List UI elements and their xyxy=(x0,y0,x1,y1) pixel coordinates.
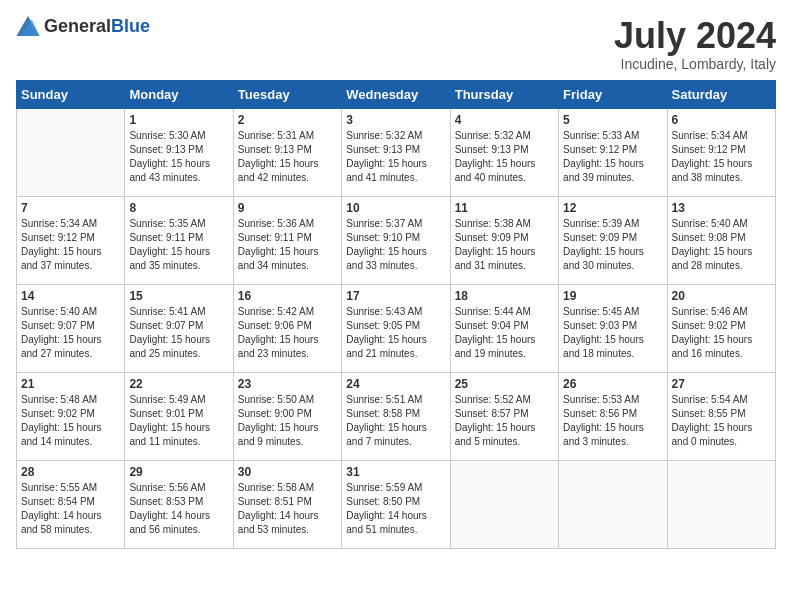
day-number: 31 xyxy=(346,465,445,479)
sunset: Sunset: 9:12 PM xyxy=(563,144,637,155)
daylight: Daylight: 15 hours and 14 minutes. xyxy=(21,422,102,447)
sunset: Sunset: 9:00 PM xyxy=(238,408,312,419)
col-thursday: Thursday xyxy=(450,80,558,108)
daylight: Daylight: 14 hours and 56 minutes. xyxy=(129,510,210,535)
daylight: Daylight: 15 hours and 27 minutes. xyxy=(21,334,102,359)
page-header: GeneralBlue July 2024 Incudine, Lombardy… xyxy=(16,16,776,72)
day-number: 18 xyxy=(455,289,554,303)
day-number: 22 xyxy=(129,377,228,391)
day-number: 25 xyxy=(455,377,554,391)
calendar-header-row: Sunday Monday Tuesday Wednesday Thursday… xyxy=(17,80,776,108)
day-cell-2-5: 19 Sunrise: 5:45 AM Sunset: 9:03 PM Dayl… xyxy=(559,284,667,372)
daylight: Daylight: 14 hours and 53 minutes. xyxy=(238,510,319,535)
day-info: Sunrise: 5:49 AM Sunset: 9:01 PM Dayligh… xyxy=(129,393,228,449)
day-info: Sunrise: 5:44 AM Sunset: 9:04 PM Dayligh… xyxy=(455,305,554,361)
sunrise: Sunrise: 5:54 AM xyxy=(672,394,748,405)
sunrise: Sunrise: 5:42 AM xyxy=(238,306,314,317)
daylight: Daylight: 15 hours and 21 minutes. xyxy=(346,334,427,359)
sunset: Sunset: 9:09 PM xyxy=(455,232,529,243)
day-info: Sunrise: 5:54 AM Sunset: 8:55 PM Dayligh… xyxy=(672,393,771,449)
day-number: 11 xyxy=(455,201,554,215)
daylight: Daylight: 15 hours and 38 minutes. xyxy=(672,158,753,183)
day-number: 27 xyxy=(672,377,771,391)
day-info: Sunrise: 5:40 AM Sunset: 9:08 PM Dayligh… xyxy=(672,217,771,273)
day-info: Sunrise: 5:37 AM Sunset: 9:10 PM Dayligh… xyxy=(346,217,445,273)
day-cell-1-2: 9 Sunrise: 5:36 AM Sunset: 9:11 PM Dayli… xyxy=(233,196,341,284)
day-number: 23 xyxy=(238,377,337,391)
day-number: 15 xyxy=(129,289,228,303)
day-cell-0-5: 5 Sunrise: 5:33 AM Sunset: 9:12 PM Dayli… xyxy=(559,108,667,196)
day-info: Sunrise: 5:34 AM Sunset: 9:12 PM Dayligh… xyxy=(21,217,120,273)
day-cell-2-2: 16 Sunrise: 5:42 AM Sunset: 9:06 PM Dayl… xyxy=(233,284,341,372)
sunset: Sunset: 9:04 PM xyxy=(455,320,529,331)
title-block: July 2024 Incudine, Lombardy, Italy xyxy=(614,16,776,72)
day-number: 16 xyxy=(238,289,337,303)
sunset: Sunset: 8:50 PM xyxy=(346,496,420,507)
sunset: Sunset: 9:13 PM xyxy=(238,144,312,155)
sunrise: Sunrise: 5:34 AM xyxy=(21,218,97,229)
day-number: 7 xyxy=(21,201,120,215)
sunset: Sunset: 9:09 PM xyxy=(563,232,637,243)
day-cell-3-2: 23 Sunrise: 5:50 AM Sunset: 9:00 PM Dayl… xyxy=(233,372,341,460)
day-info: Sunrise: 5:33 AM Sunset: 9:12 PM Dayligh… xyxy=(563,129,662,185)
day-info: Sunrise: 5:45 AM Sunset: 9:03 PM Dayligh… xyxy=(563,305,662,361)
sunset: Sunset: 8:54 PM xyxy=(21,496,95,507)
sunset: Sunset: 8:57 PM xyxy=(455,408,529,419)
sunrise: Sunrise: 5:56 AM xyxy=(129,482,205,493)
day-cell-4-6 xyxy=(667,460,775,548)
day-number: 24 xyxy=(346,377,445,391)
week-row-3: 21 Sunrise: 5:48 AM Sunset: 9:02 PM Dayl… xyxy=(17,372,776,460)
sunset: Sunset: 9:05 PM xyxy=(346,320,420,331)
sunset: Sunset: 8:55 PM xyxy=(672,408,746,419)
day-info: Sunrise: 5:40 AM Sunset: 9:07 PM Dayligh… xyxy=(21,305,120,361)
day-number: 8 xyxy=(129,201,228,215)
sunset: Sunset: 9:11 PM xyxy=(129,232,203,243)
day-number: 21 xyxy=(21,377,120,391)
day-info: Sunrise: 5:50 AM Sunset: 9:00 PM Dayligh… xyxy=(238,393,337,449)
day-cell-3-3: 24 Sunrise: 5:51 AM Sunset: 8:58 PM Dayl… xyxy=(342,372,450,460)
sunset: Sunset: 9:11 PM xyxy=(238,232,312,243)
daylight: Daylight: 15 hours and 7 minutes. xyxy=(346,422,427,447)
day-info: Sunrise: 5:32 AM Sunset: 9:13 PM Dayligh… xyxy=(455,129,554,185)
sunrise: Sunrise: 5:44 AM xyxy=(455,306,531,317)
day-info: Sunrise: 5:59 AM Sunset: 8:50 PM Dayligh… xyxy=(346,481,445,537)
col-friday: Friday xyxy=(559,80,667,108)
col-monday: Monday xyxy=(125,80,233,108)
daylight: Daylight: 15 hours and 5 minutes. xyxy=(455,422,536,447)
day-cell-2-6: 20 Sunrise: 5:46 AM Sunset: 9:02 PM Dayl… xyxy=(667,284,775,372)
day-info: Sunrise: 5:41 AM Sunset: 9:07 PM Dayligh… xyxy=(129,305,228,361)
day-number: 20 xyxy=(672,289,771,303)
sunrise: Sunrise: 5:52 AM xyxy=(455,394,531,405)
day-cell-0-4: 4 Sunrise: 5:32 AM Sunset: 9:13 PM Dayli… xyxy=(450,108,558,196)
daylight: Daylight: 15 hours and 23 minutes. xyxy=(238,334,319,359)
day-info: Sunrise: 5:53 AM Sunset: 8:56 PM Dayligh… xyxy=(563,393,662,449)
daylight: Daylight: 14 hours and 58 minutes. xyxy=(21,510,102,535)
sunrise: Sunrise: 5:40 AM xyxy=(672,218,748,229)
month-title: July 2024 xyxy=(614,16,776,56)
day-info: Sunrise: 5:42 AM Sunset: 9:06 PM Dayligh… xyxy=(238,305,337,361)
week-row-0: 1 Sunrise: 5:30 AM Sunset: 9:13 PM Dayli… xyxy=(17,108,776,196)
day-number: 19 xyxy=(563,289,662,303)
day-info: Sunrise: 5:38 AM Sunset: 9:09 PM Dayligh… xyxy=(455,217,554,273)
daylight: Daylight: 15 hours and 41 minutes. xyxy=(346,158,427,183)
sunrise: Sunrise: 5:30 AM xyxy=(129,130,205,141)
daylight: Daylight: 15 hours and 9 minutes. xyxy=(238,422,319,447)
logo-icon xyxy=(16,16,40,36)
daylight: Daylight: 15 hours and 31 minutes. xyxy=(455,246,536,271)
sunrise: Sunrise: 5:45 AM xyxy=(563,306,639,317)
daylight: Daylight: 15 hours and 40 minutes. xyxy=(455,158,536,183)
day-number: 6 xyxy=(672,113,771,127)
sunset: Sunset: 9:06 PM xyxy=(238,320,312,331)
daylight: Daylight: 15 hours and 3 minutes. xyxy=(563,422,644,447)
day-info: Sunrise: 5:58 AM Sunset: 8:51 PM Dayligh… xyxy=(238,481,337,537)
day-cell-3-6: 27 Sunrise: 5:54 AM Sunset: 8:55 PM Dayl… xyxy=(667,372,775,460)
sunrise: Sunrise: 5:49 AM xyxy=(129,394,205,405)
day-cell-3-4: 25 Sunrise: 5:52 AM Sunset: 8:57 PM Dayl… xyxy=(450,372,558,460)
day-number: 29 xyxy=(129,465,228,479)
day-cell-1-6: 13 Sunrise: 5:40 AM Sunset: 9:08 PM Dayl… xyxy=(667,196,775,284)
sunrise: Sunrise: 5:31 AM xyxy=(238,130,314,141)
sunrise: Sunrise: 5:36 AM xyxy=(238,218,314,229)
day-cell-4-3: 31 Sunrise: 5:59 AM Sunset: 8:50 PM Dayl… xyxy=(342,460,450,548)
sunrise: Sunrise: 5:39 AM xyxy=(563,218,639,229)
day-info: Sunrise: 5:52 AM Sunset: 8:57 PM Dayligh… xyxy=(455,393,554,449)
